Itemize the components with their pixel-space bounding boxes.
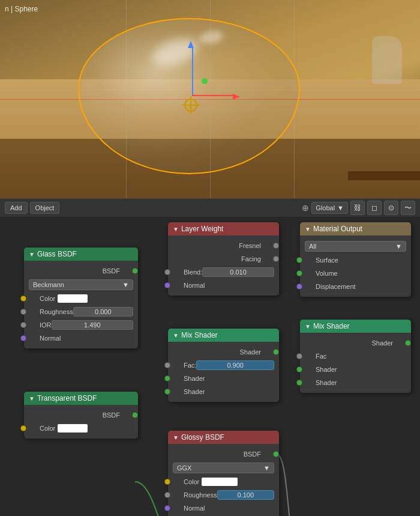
mix-right-shader1-socket[interactable] bbox=[296, 366, 302, 372]
blend-value[interactable]: 0.010 bbox=[202, 267, 274, 277]
volume-socket[interactable] bbox=[296, 270, 302, 276]
viewport[interactable]: n | Sphere bbox=[0, 0, 420, 198]
fac-socket[interactable] bbox=[164, 362, 170, 368]
glossy-roughness-value[interactable]: 0.100 bbox=[217, 490, 274, 500]
dropdown-arrow-icon: ▼ bbox=[122, 281, 129, 288]
node-collapse-arrow6[interactable]: ▼ bbox=[305, 323, 311, 330]
trans-bsdf-socket[interactable] bbox=[132, 412, 138, 418]
chain-icon-btn[interactable]: ⛓ bbox=[350, 201, 365, 215]
mix-top-shader-out-socket[interactable] bbox=[273, 349, 279, 355]
normal-row: Normal bbox=[24, 332, 138, 345]
mix-shader-right-node[interactable]: ▼ Mix Shader Shader Fac Shader Shader bbox=[300, 320, 411, 393]
overlay-icon-btn[interactable]: ⊙ bbox=[384, 201, 398, 215]
mix-shader-right-body: Shader Fac Shader Shader bbox=[300, 333, 411, 393]
mix-top-shader-out-label: Shader bbox=[240, 348, 261, 356]
object-button[interactable]: Object bbox=[30, 202, 60, 214]
ior-value[interactable]: 1.490 bbox=[52, 320, 133, 330]
transparent-bsdf-body: BSDF Color bbox=[24, 405, 138, 439]
layer-weight-node[interactable]: ▼ Layer Weight Fresnel Facing Blend: 0.0… bbox=[168, 222, 279, 296]
volume-row: Volume bbox=[300, 267, 411, 280]
glossy-bsdf-out-row: BSDF bbox=[168, 448, 279, 461]
glossy-color-swatch[interactable] bbox=[202, 478, 238, 486]
glossy-roughness-row: Roughness 0.100 bbox=[168, 488, 279, 502]
facing-row: Facing bbox=[168, 252, 279, 266]
blend-label: Blend: bbox=[184, 269, 202, 276]
mix-right-shader-out-row: Shader bbox=[300, 336, 411, 350]
glossy-color-row: Color bbox=[168, 475, 279, 488]
facing-socket[interactable] bbox=[273, 256, 279, 262]
node-editor[interactable]: ▼ Glass BSDF BSDF Beckmann ▼ Color bbox=[0, 217, 420, 516]
displacement-label: Displacement bbox=[316, 283, 356, 290]
glossy-roughness-socket[interactable] bbox=[164, 492, 170, 498]
distribution-row: Beckmann ▼ bbox=[24, 278, 138, 292]
trans-color-socket[interactable] bbox=[20, 425, 26, 431]
roughness-socket[interactable] bbox=[20, 309, 26, 315]
trans-color-swatch[interactable] bbox=[58, 424, 88, 433]
ior-label: IOR bbox=[40, 321, 52, 329]
ior-socket[interactable] bbox=[20, 322, 26, 328]
fresnel-label: Fresnel bbox=[239, 242, 261, 249]
glass-bsdf-title: Glass BSDF bbox=[37, 250, 77, 258]
fac-row: Fac: 0.900 bbox=[168, 359, 279, 372]
mix-right-shader-out-socket[interactable] bbox=[405, 340, 411, 346]
transform-icon: ⊕ bbox=[302, 203, 309, 213]
shading-icon-btn[interactable]: 〜 bbox=[401, 201, 415, 215]
fresnel-row: Fresnel bbox=[168, 239, 279, 252]
glossy-dist-row: GGX ▼ bbox=[168, 461, 279, 475]
fresnel-socket[interactable] bbox=[273, 243, 279, 249]
mix-top-shader1-socket[interactable] bbox=[164, 375, 170, 381]
viewport-title: n | Sphere bbox=[5, 5, 38, 13]
glossy-color-socket[interactable] bbox=[164, 479, 170, 485]
all-dropdown-arrow: ▼ bbox=[395, 243, 402, 250]
glossy-bsdf-out-socket[interactable] bbox=[273, 451, 279, 457]
glossy-roughness-label: Roughness bbox=[184, 491, 217, 499]
transparent-bsdf-node[interactable]: ▼ Transparent BSDF BSDF Color bbox=[24, 392, 138, 439]
node-collapse-arrow3[interactable]: ▼ bbox=[173, 226, 179, 232]
glossy-bsdf-node[interactable]: ▼ Glossy BSDF BSDF GGX ▼ Color bbox=[168, 431, 279, 516]
fac-label: Fac: bbox=[184, 362, 196, 369]
all-dropdown[interactable]: All ▼ bbox=[305, 241, 406, 252]
mix-right-shader2-socket[interactable] bbox=[296, 380, 302, 386]
surface-socket[interactable] bbox=[296, 257, 302, 263]
glossy-normal-socket[interactable] bbox=[164, 505, 170, 511]
roughness-label: Roughness bbox=[40, 308, 73, 315]
mix-top-shader1-row: Shader bbox=[168, 372, 279, 385]
fac-value[interactable]: 0.900 bbox=[196, 360, 274, 370]
x-axis bbox=[192, 95, 234, 96]
node-collapse-arrow4[interactable]: ▼ bbox=[173, 332, 179, 339]
global-dropdown[interactable]: Global ▼ bbox=[311, 202, 348, 214]
glass-bsdf-body: BSDF Beckmann ▼ Color Roughness 0.000 bbox=[24, 261, 138, 348]
mesh-icon-btn[interactable]: ◻ bbox=[367, 201, 382, 215]
node-collapse-arrow2[interactable]: ▼ bbox=[29, 395, 35, 402]
blend-socket[interactable] bbox=[164, 269, 170, 275]
transparent-bsdf-header: ▼ Transparent BSDF bbox=[24, 392, 138, 405]
mix-top-shader2-socket[interactable] bbox=[164, 389, 170, 395]
color-socket[interactable] bbox=[20, 296, 26, 302]
material-output-node[interactable]: ▼ Material Output All ▼ Surface Volume bbox=[300, 222, 411, 297]
lw-normal-socket[interactable] bbox=[164, 282, 170, 288]
roughness-value[interactable]: 0.000 bbox=[73, 307, 133, 317]
y-axis bbox=[192, 48, 193, 96]
node-collapse-arrow7[interactable]: ▼ bbox=[173, 434, 179, 441]
surface-row: Surface bbox=[300, 253, 411, 267]
glossy-dist-dropdown[interactable]: GGX ▼ bbox=[173, 463, 274, 473]
node-collapse-arrow[interactable]: ▼ bbox=[29, 251, 35, 258]
trans-bsdf-output-row: BSDF bbox=[24, 408, 138, 422]
glossy-dist-value: GGX bbox=[177, 464, 191, 472]
origin-dot bbox=[202, 78, 208, 84]
mix-right-fac-socket[interactable] bbox=[296, 353, 302, 359]
node-collapse-arrow5[interactable]: ▼ bbox=[305, 226, 311, 232]
mix-shader-top-node[interactable]: ▼ Mix Shader Shader Fac: 0.900 Shader bbox=[168, 329, 279, 402]
roughness-row: Roughness 0.000 bbox=[24, 305, 138, 318]
normal-socket[interactable] bbox=[20, 335, 26, 341]
transparent-bsdf-title: Transparent BSDF bbox=[37, 394, 97, 402]
mix-top-shader-out-row: Shader bbox=[168, 345, 279, 359]
bsdf-output-socket[interactable] bbox=[132, 268, 138, 274]
table-object bbox=[348, 171, 420, 180]
glass-bsdf-node[interactable]: ▼ Glass BSDF BSDF Beckmann ▼ Color bbox=[24, 247, 138, 348]
y-axis-arrow bbox=[188, 41, 194, 48]
distribution-dropdown[interactable]: Beckmann ▼ bbox=[29, 279, 133, 290]
color-swatch[interactable] bbox=[58, 294, 88, 303]
displacement-socket[interactable] bbox=[296, 284, 302, 290]
add-button[interactable]: Add bbox=[5, 202, 28, 214]
